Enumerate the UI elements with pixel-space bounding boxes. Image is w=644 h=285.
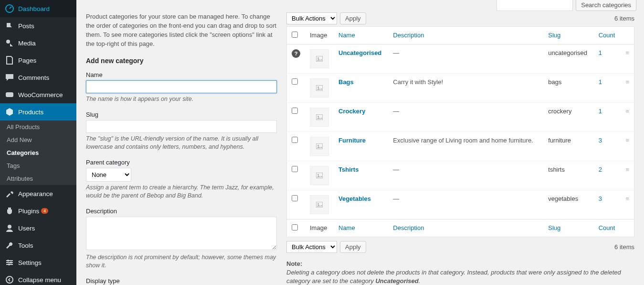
nav-pages[interactable]: Pages	[0, 52, 76, 69]
search-bar: Search categories	[496, 0, 636, 11]
nav-label: Collapse menu	[18, 276, 61, 284]
category-description: —	[388, 190, 543, 219]
nav-comments[interactable]: Comments	[0, 69, 76, 86]
category-count-link[interactable]: 1	[599, 49, 602, 56]
categories-table: Image Name Description Slug Count ?Uncat…	[286, 26, 634, 237]
items-count-bottom: 6 items	[614, 243, 634, 251]
table-row: Vegetables—vegetables3≡	[287, 190, 634, 219]
categories-list-panel: Bulk Actions Apply 6 items Image Name De…	[286, 12, 634, 285]
description-label: Description	[86, 208, 277, 215]
table-row: ?Uncategorised—uncategorised1≡	[287, 44, 634, 74]
category-slug: crockery	[543, 103, 593, 132]
plugin-icon	[5, 206, 14, 216]
select-all-top[interactable]	[292, 32, 298, 38]
nav-plugins[interactable]: Plugins4	[0, 202, 76, 219]
subnav-all-products[interactable]: All Products	[0, 121, 76, 133]
nav-products[interactable]: Products	[0, 103, 76, 121]
nav-label: Products	[18, 109, 43, 116]
category-name-link[interactable]: Vegetables	[338, 195, 371, 202]
category-description: —	[388, 44, 543, 74]
display-type-label: Display type	[86, 277, 277, 285]
nav-tools[interactable]: Tools	[0, 237, 76, 254]
row-checkbox[interactable]	[292, 166, 298, 172]
category-name-link[interactable]: Uncategorised	[338, 49, 381, 56]
row-checkbox[interactable]	[292, 137, 298, 143]
category-name-link[interactable]: Crockery	[338, 108, 365, 115]
col-image: Image	[305, 27, 334, 44]
col-description[interactable]: Description	[393, 32, 424, 39]
bulk-actions-select-top[interactable]: Bulk Actions	[286, 12, 337, 24]
drag-handle-icon[interactable]: ≡	[621, 161, 634, 190]
description-help: The description is not prominent by defa…	[86, 253, 277, 270]
image-placeholder-icon	[310, 166, 329, 185]
category-slug: furniture	[543, 132, 593, 161]
row-checkbox[interactable]	[292, 195, 298, 201]
bulk-actions-select-bottom[interactable]: Bulk Actions	[286, 241, 337, 253]
col-name-foot[interactable]: Name	[338, 224, 355, 231]
col-count-foot[interactable]: Count	[599, 224, 615, 231]
col-count[interactable]: Count	[599, 32, 615, 39]
drag-handle-icon[interactable]: ≡	[621, 190, 634, 219]
table-row: FurnitureExclusive range of Living room …	[287, 132, 634, 161]
category-description: Carry it with Style!	[388, 74, 543, 103]
name-input[interactable]	[86, 80, 277, 93]
items-count-top: 6 items	[614, 15, 634, 22]
nav-media[interactable]: Media	[0, 34, 76, 52]
add-category-heading: Add new category	[86, 57, 277, 65]
search-categories-button[interactable]: Search categories	[576, 0, 636, 11]
drag-handle-icon[interactable]: ≡	[621, 74, 634, 103]
svg-point-16	[317, 87, 319, 88]
subnav-add-new[interactable]: Add New	[0, 133, 76, 146]
category-description: —	[388, 161, 543, 190]
nav-woocommerce[interactable]: WooCommerce	[0, 86, 76, 103]
category-name-link[interactable]: Tshirts	[338, 166, 359, 173]
image-placeholder-icon	[310, 137, 329, 156]
nav-collapse[interactable]: Collapse menu	[0, 271, 76, 285]
nav-settings[interactable]: Settings	[0, 254, 76, 271]
category-description: Exclusive range of Living room and home …	[388, 132, 543, 161]
nav-label: Comments	[18, 74, 49, 81]
search-input[interactable]	[496, 0, 573, 11]
nav-posts[interactable]: Posts	[0, 17, 76, 34]
category-name-link[interactable]: Bags	[338, 78, 354, 86]
category-slug: vegetables	[543, 190, 593, 219]
col-image-foot: Image	[305, 219, 334, 237]
subnav-tags[interactable]: Tags	[0, 159, 76, 172]
slug-input[interactable]	[86, 120, 277, 133]
drag-handle-icon[interactable]: ≡	[621, 103, 634, 132]
parent-help: Assign a parent term to create a hierarc…	[86, 184, 277, 200]
nav-label: Dashboard	[18, 5, 50, 12]
subnav-attributes[interactable]: Attributes	[0, 172, 76, 185]
apply-button-top[interactable]: Apply	[340, 12, 366, 24]
svg-point-20	[317, 145, 319, 146]
parent-select[interactable]: None	[86, 168, 131, 182]
description-textarea[interactable]	[86, 217, 277, 250]
category-count-link[interactable]: 3	[599, 195, 602, 202]
col-slug[interactable]: Slug	[548, 32, 560, 39]
select-all-bottom[interactable]	[292, 224, 298, 230]
row-checkbox[interactable]	[292, 78, 298, 85]
apply-button-bottom[interactable]: Apply	[340, 241, 366, 253]
nav-appearance[interactable]: Appearance	[0, 185, 76, 202]
svg-point-22	[317, 174, 319, 175]
category-count-link[interactable]: 1	[599, 108, 602, 115]
drag-handle-icon[interactable]: ≡	[621, 44, 634, 74]
subnav-categories[interactable]: Categories	[0, 146, 76, 159]
nav-dashboard[interactable]: Dashboard	[0, 0, 76, 17]
intro-text: Product categories for your store can be…	[86, 12, 277, 48]
col-name[interactable]: Name	[338, 32, 355, 39]
drag-handle-icon[interactable]: ≡	[621, 132, 634, 161]
image-placeholder-icon	[310, 108, 329, 127]
category-name-link[interactable]: Furniture	[338, 137, 366, 144]
admin-sidebar: Dashboard Posts Media Pages Comments Woo…	[0, 0, 76, 285]
svg-point-18	[317, 116, 319, 117]
category-count-link[interactable]: 1	[599, 78, 602, 86]
svg-point-8	[10, 262, 12, 263]
col-description-foot[interactable]: Description	[393, 224, 424, 231]
category-count-link[interactable]: 3	[599, 137, 602, 144]
col-slug-foot[interactable]: Slug	[548, 224, 560, 231]
nav-users[interactable]: Users	[0, 219, 76, 237]
help-icon[interactable]: ?	[292, 49, 300, 58]
category-count-link[interactable]: 2	[599, 166, 602, 173]
row-checkbox[interactable]	[292, 108, 298, 114]
